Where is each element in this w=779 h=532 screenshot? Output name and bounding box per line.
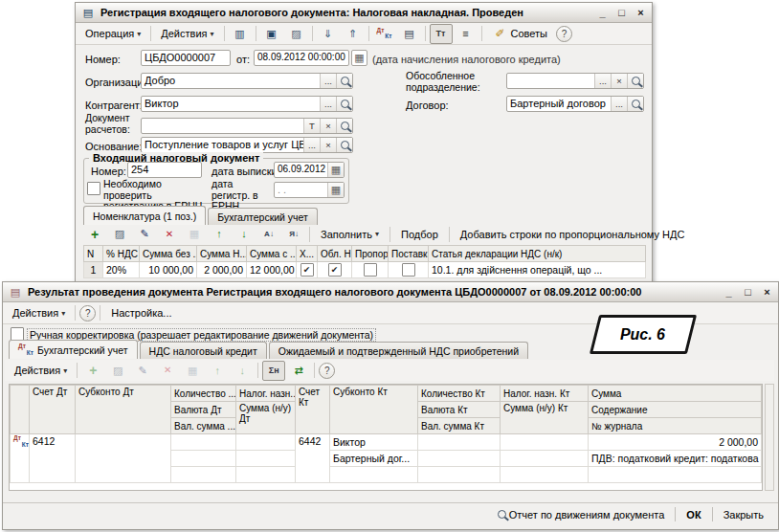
move-down-button[interactable] [233,224,256,244]
journal-cell[interactable] [589,467,762,483]
division-field[interactable]: ... × [506,73,644,89]
tips-button[interactable]: Советы [486,24,554,44]
pick-button[interactable]: Подбор [394,226,445,243]
result-actions-menu[interactable]: Действия▾ [7,304,71,321]
credit-cur-sum-cell[interactable] [418,467,501,483]
copy-document-button[interactable] [285,24,308,44]
minimize-button[interactable]: _ [596,7,609,18]
items-table-row[interactable]: 1 20% 10 000,00 2 000,00 12 000,00 10.1.… [84,262,646,278]
sort-desc-button[interactable] [282,224,305,244]
fill-button[interactable]: Заполнить▾ [314,226,386,243]
credit-subconto-cell-2[interactable]: Бартерный дог... [330,451,418,467]
sum-with-vat-cell[interactable]: 12 000,00 [247,262,297,278]
x-flag-checkbox[interactable] [300,263,314,277]
contract-open-button[interactable] [627,97,643,111]
issue-date-field[interactable]: 06.09.2012 [274,162,345,178]
move-down-button[interactable] [231,361,254,381]
debit-empty-cell[interactable] [236,467,296,483]
vat-rate-cell[interactable]: 20% [103,262,140,278]
show-postings-button[interactable] [373,24,396,44]
incoming-number-field[interactable]: 254 [127,162,202,178]
close-window-button[interactable]: Закрыть [717,506,770,523]
organization-ellipsis-button[interactable]: ... [320,74,336,88]
minimize-button[interactable]: _ [723,286,735,298]
basis-clear-button[interactable]: × [320,138,336,152]
credit-empty-cell[interactable] [501,467,589,483]
help-button[interactable]: ? [556,26,572,42]
declaration-article-cell[interactable]: 10.1. для здійснення операцій, що ... [429,262,646,278]
division-clear-button[interactable]: × [611,74,627,88]
open-list-button[interactable] [260,24,283,44]
move-up-button[interactable] [208,224,231,244]
content-cell[interactable]: ПДВ: податковий кредит: податкова наклад… [589,451,762,467]
post-document-button[interactable] [229,24,252,44]
table-vertical-scrollbar[interactable] [765,384,774,491]
contract-ellipsis-button[interactable]: ... [611,97,627,111]
delivery-flag-cell[interactable] [389,262,429,278]
credit-subconto-cell-1[interactable]: Виктор [330,434,418,451]
copy-row-button[interactable] [108,224,131,244]
close-button[interactable]: × [634,7,647,18]
credit-account-cell[interactable]: 6442 [296,434,330,483]
move-up-button[interactable] [206,361,229,381]
organization-field[interactable]: Добро ... [141,73,353,89]
taxable-flag-cell[interactable] [318,262,352,278]
settlement-doc-clear-button[interactable]: × [320,119,336,133]
reg-date-field[interactable]: . . [274,182,345,198]
delivery-flag-checkbox[interactable] [402,263,415,277]
document-date-calendar-button[interactable] [351,50,367,66]
actions-menu[interactable]: Действия▾ [155,25,219,42]
contractor-open-button[interactable] [336,97,352,111]
division-open-button[interactable] [627,74,643,88]
credit-qty-cell[interactable] [418,434,501,451]
document-date-field[interactable]: 08.09.2012 00:00:00 [254,50,349,66]
credit-currency-cell[interactable] [418,451,501,467]
tab-result-accounting[interactable]: Бухгалтерский учет [9,340,138,359]
basis-ellipsis-button[interactable]: ... [303,138,320,152]
save-order-button[interactable] [183,224,206,244]
settlement-doc-field[interactable]: T × [141,118,353,134]
debit-cur-sum-cell[interactable] [171,467,236,483]
edit-row-button[interactable] [131,361,154,381]
debit-tax-sum-cell[interactable] [236,451,296,467]
maximize-button[interactable]: □ [742,286,754,298]
copy-row-button[interactable] [106,361,129,381]
document-number-field[interactable]: ЦБДО0000007 [141,50,231,66]
x-flag-cell[interactable] [297,262,318,278]
result-table-actions-menu[interactable]: Действия▾ [9,362,73,379]
amount-cell[interactable]: 2 000,00 [589,434,762,451]
help-button[interactable]: ? [79,305,96,321]
check-ernn-checkbox[interactable] [87,182,100,195]
add-proportional-vat-button[interactable]: Добавить строки по пропорциональному НДС [454,226,692,243]
proportional-flag-cell[interactable] [352,262,389,278]
delete-row-button[interactable] [158,224,181,244]
issue-date-calendar-button[interactable] [327,163,344,177]
proportional-flag-checkbox[interactable] [364,263,377,277]
settlement-doc-type-button[interactable]: T [303,119,320,133]
posting-row-line-1[interactable]: 6412 6442 Виктор 2 000,00 [11,434,762,451]
credit-tax-cell[interactable] [501,434,589,451]
organization-open-button[interactable] [336,74,352,88]
delete-row-button[interactable] [156,361,179,381]
ok-button[interactable]: ОК [679,506,707,523]
reg-date-calendar-button[interactable] [327,183,344,197]
tab-accounting[interactable]: Бухгалтерский учет [208,208,318,225]
save-order-button[interactable] [181,361,204,381]
save-post-button[interactable] [317,24,340,44]
debit-qty-cell[interactable] [171,434,236,451]
tab-expected-vat[interactable]: Ожидаемый и подтвержденный НДС приобрете… [269,342,528,359]
settings-button[interactable]: Настройка... [104,304,178,321]
refresh-button[interactable] [287,361,310,381]
debit-account-cell[interactable]: 6412 [30,434,76,483]
row-number-cell[interactable]: 1 [84,262,103,278]
sum-without-vat-cell[interactable]: 10 000,00 [140,262,197,278]
unpost-button[interactable] [342,24,365,44]
registration-window-titlebar[interactable]: Регистрация входящего налогового докумен… [76,3,652,23]
maximize-button[interactable]: □ [615,7,628,18]
debit-subconto-cell[interactable] [76,434,171,483]
close-button[interactable]: × [761,286,773,298]
debit-currency-cell[interactable] [171,451,236,467]
contractor-field[interactable]: Виктор ... [141,96,353,112]
help-button[interactable]: ? [319,363,335,379]
show-totals-button[interactable] [430,24,453,44]
